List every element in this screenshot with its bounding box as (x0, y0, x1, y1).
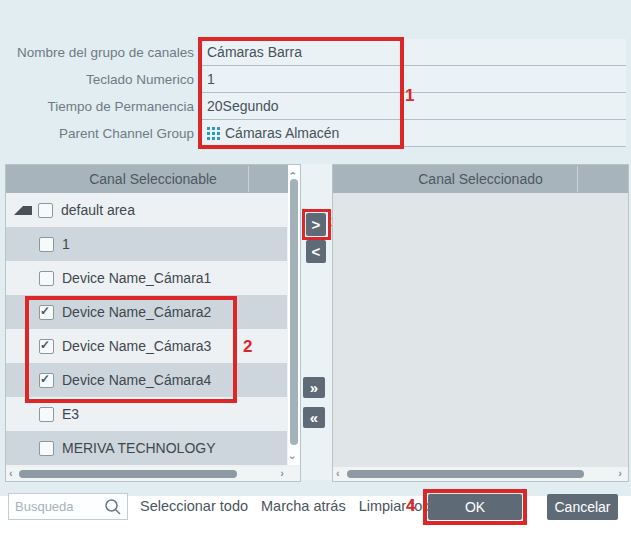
tree-item-label: Device Name_Cámara3 (62, 338, 211, 354)
numeric-keypad-label: Teclado Numerico (0, 66, 194, 93)
tree-item-label: Device Name_Cámara2 (62, 304, 211, 320)
group-name-input[interactable]: Cámaras Barra (200, 39, 626, 66)
header-divider (248, 166, 249, 192)
annotation-label-4: 4 (406, 496, 415, 516)
scroll-left-icon[interactable]: ‹ (336, 468, 340, 479)
tree-item-meriva[interactable]: MERIVA TECHNOLOGY (6, 431, 287, 465)
tree-item-label: MERIVA TECHNOLOGY (62, 440, 216, 456)
group-name-label: Nombre del grupo de canales (0, 39, 194, 66)
group-name-value: Cámaras Barra (207, 39, 302, 65)
cancel-button[interactable]: Cancelar (547, 494, 618, 520)
select-all-link[interactable]: Seleccionar todo (140, 498, 248, 514)
channel-group-grid-icon (207, 127, 220, 140)
search-box (8, 493, 128, 520)
selected-channel-header-label: Canal Seleccionado (418, 171, 543, 187)
transfer-strip (299, 164, 332, 480)
horizontal-scrollbar-thumb[interactable] (19, 470, 237, 478)
parent-group-value: Cámaras Almacén (225, 120, 339, 146)
checkbox-1[interactable] (39, 237, 54, 252)
add-all-button[interactable]: » (303, 377, 325, 398)
annotation-label-1: 1 (405, 86, 414, 106)
add-selected-button[interactable]: > (306, 213, 326, 236)
parent-group-input[interactable]: Cámaras Almacén (200, 120, 626, 147)
tree-item-camara4[interactable]: Device Name_Cámara4 (6, 363, 287, 397)
scroll-right-icon[interactable]: › (280, 468, 284, 479)
scroll-right-icon[interactable]: › (618, 468, 622, 479)
form-row-parent-group: Parent Channel Group Cámaras Almacén (0, 120, 629, 147)
tree-item-camara1[interactable]: Device Name_Cámara1 (6, 261, 287, 295)
parent-group-label: Parent Channel Group (0, 120, 194, 147)
vertical-scrollbar-thumb[interactable] (290, 179, 298, 445)
dwell-time-label: Tiempo de Permanencia (0, 93, 194, 120)
tree-item-1[interactable]: 1 (6, 227, 287, 261)
selectable-channel-header: Canal Seleccionable (6, 165, 300, 193)
tree-item-label: E3 (62, 406, 79, 422)
vertical-scrollbar[interactable]: › › (288, 165, 300, 465)
horizontal-scrollbar[interactable]: ‹ › (333, 467, 628, 481)
form-row-numeric-keypad: Teclado Numerico 1 (0, 66, 629, 93)
numeric-keypad-value: 1 (207, 66, 215, 92)
checkbox-camara2-checked[interactable] (39, 305, 54, 320)
selected-channel-panel: Canal Seleccionado ‹ › (332, 164, 629, 482)
header-divider (577, 166, 578, 192)
dwell-time-value: 20Segundo (207, 93, 279, 119)
search-icon (103, 497, 123, 517)
add-channel-group-dialog: Agregar grupo de Canales ✕ Nombre del gr… (0, 0, 631, 535)
scroll-down-icon[interactable]: › (287, 456, 298, 460)
ok-button[interactable]: OK (428, 494, 522, 520)
horizontal-scrollbar[interactable]: ‹ › (6, 467, 300, 481)
selected-channel-header: Canal Seleccionado (333, 165, 628, 193)
horizontal-scrollbar-thumb[interactable] (347, 470, 584, 478)
footer-actions: Seleccionar todo Marcha atrás Limpiar to… (140, 493, 438, 518)
scroll-left-icon[interactable]: ‹ (9, 468, 13, 479)
tree-item-label: 1 (62, 236, 70, 252)
tree-item-camara2[interactable]: Device Name_Cámara2 (6, 295, 287, 329)
tree-item-default-area[interactable]: default area (6, 193, 287, 227)
remove-all-button[interactable]: « (303, 407, 325, 428)
tree-item-label: default area (61, 202, 135, 218)
remove-selected-button[interactable]: < (306, 240, 326, 263)
form-row-group-name: Nombre del grupo de canales Cámaras Barr… (0, 39, 629, 66)
scroll-up-icon[interactable]: › (287, 172, 298, 176)
selectable-channel-panel: Canal Seleccionable default area 1 Devic… (5, 164, 301, 482)
search-input[interactable] (9, 499, 103, 514)
tree-item-label: Device Name_Cámara4 (62, 372, 211, 388)
checkbox-default-area[interactable] (38, 203, 53, 218)
tree-item-label: Device Name_Cámara1 (62, 270, 211, 286)
checkbox-camara1[interactable] (39, 271, 54, 286)
checkbox-camara4-checked[interactable] (39, 373, 54, 388)
tree-item-e3[interactable]: E3 (6, 397, 287, 431)
annotation-label-2: 2 (243, 337, 252, 357)
expand-triangle-icon[interactable] (14, 206, 32, 215)
checkbox-e3[interactable] (39, 407, 54, 422)
checkbox-meriva[interactable] (39, 441, 54, 456)
checkbox-camara3-checked[interactable] (39, 339, 54, 354)
selectable-channel-header-label: Canal Seleccionable (89, 171, 217, 187)
step-back-link[interactable]: Marcha atrás (261, 498, 346, 514)
clear-all-link[interactable]: Limpiar todo (359, 498, 439, 514)
form-row-dwell-time: Tiempo de Permanencia 20Segundo (0, 93, 629, 120)
